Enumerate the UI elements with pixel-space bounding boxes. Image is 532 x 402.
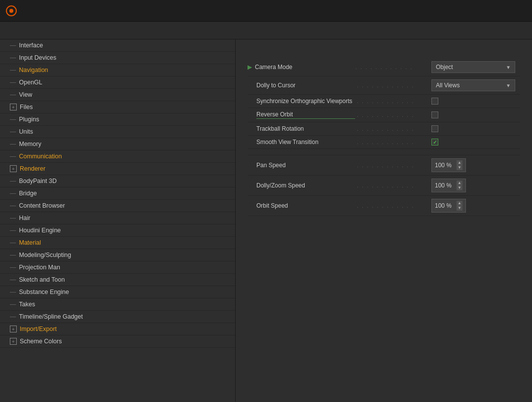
settings-label-dolly-to-cursor: Dolly to Cursor. . . . . . . . . . . . <box>248 82 431 89</box>
spinner-up-dolly-zoom-speed[interactable]: ▲ <box>457 181 462 185</box>
spinner-down-dolly-zoom-speed[interactable]: ▼ <box>457 185 462 190</box>
sidebar-item-bridge[interactable]: —Bridge <box>0 187 235 200</box>
sidebar-label-opengl: OpenGL <box>19 79 42 86</box>
content-area: ▶Camera Mode. . . . . . . . . . . .Objec… <box>236 39 532 402</box>
sidebar-item-content-browser[interactable]: —Content Browser <box>0 200 235 212</box>
dash-prefix-memory: — <box>10 141 16 147</box>
sidebar-item-view[interactable]: —View <box>0 89 235 101</box>
label-text-reverse-orbit: Reverse Orbit <box>256 111 355 119</box>
sidebar-label-timeline-spline: Timeline/Spline Gadget <box>19 313 83 320</box>
sidebar-label-files: Files <box>20 104 33 110</box>
number-input-dolly-zoom-speed[interactable]: 100 %▲▼ <box>431 179 466 192</box>
sidebar-item-sketch-and-toon[interactable]: —Sketch and Toon <box>0 274 235 286</box>
expand-icon-scheme-colors: + <box>10 338 17 345</box>
sidebar-item-input-devices[interactable]: —Input Devices <box>0 52 235 64</box>
settings-group: ▶Camera Mode. . . . . . . . . . . .Objec… <box>248 58 520 216</box>
sidebar-item-timeline-spline[interactable]: —Timeline/Spline Gadget <box>0 311 235 323</box>
sidebar-label-hair: Hair <box>19 215 31 221</box>
control-orbit-speed: 100 %▲▼ <box>431 199 520 213</box>
sidebar-label-content-browser: Content Browser <box>19 202 65 209</box>
sidebar-item-opengl[interactable]: —OpenGL <box>0 76 235 89</box>
spinner-dolly-zoom-speed: ▲▼ <box>457 181 462 190</box>
label-text-orbit-speed: Orbit Speed <box>256 202 355 209</box>
sidebar-item-navigation[interactable]: —Navigation <box>0 64 235 76</box>
dash-prefix-view: — <box>10 91 16 98</box>
sidebar-item-projection-man[interactable]: —Projection Man <box>0 261 235 274</box>
dash-prefix-interface: — <box>10 42 16 49</box>
sidebar-label-projection-man: Projection Man <box>19 264 60 271</box>
sidebar-item-houdini-engine[interactable]: —Houdini Engine <box>0 224 235 237</box>
sidebar-label-houdini-engine: Houdini Engine <box>19 227 61 234</box>
control-smooth-view <box>431 139 520 146</box>
sidebar-label-bridge: Bridge <box>19 190 37 197</box>
sidebar-label-memory: Memory <box>19 141 41 147</box>
spinner-down-orbit-speed[interactable]: ▼ <box>457 206 462 211</box>
dash-prefix-houdini-engine: — <box>10 227 16 234</box>
toolbar <box>0 22 532 39</box>
sidebar-item-takes[interactable]: —Takes <box>0 298 235 311</box>
sidebar-item-files[interactable]: +Files <box>0 101 235 113</box>
sidebar-label-input-devices: Input Devices <box>19 54 57 61</box>
dropdown-dolly-to-cursor[interactable]: All Views▼ <box>431 79 515 91</box>
dash-prefix-navigation: — <box>10 67 16 73</box>
sidebar-item-hair[interactable]: —Hair <box>0 212 235 224</box>
title-bar <box>0 0 532 22</box>
dash-prefix-bodypaint: — <box>10 178 16 184</box>
collapse-arrow-camera-mode[interactable]: ▶ <box>248 64 252 71</box>
sidebar-item-interface[interactable]: —Interface <box>0 39 235 52</box>
dash-prefix-timeline-spline: — <box>10 313 16 320</box>
sidebar-item-modeling-sculpting[interactable]: —Modeling/Sculpting <box>0 249 235 261</box>
settings-label-trackball-rotation: Trackball Rotation. . . . . . . . . . . … <box>248 125 431 132</box>
dash-prefix-bridge: — <box>10 190 16 197</box>
settings-row-camera-mode: ▶Camera Mode. . . . . . . . . . . .Objec… <box>248 58 520 76</box>
sidebar-item-import-export[interactable]: +Import/Export <box>0 323 235 335</box>
sidebar-item-communication[interactable]: —Communication <box>0 150 235 163</box>
dash-prefix-hair: — <box>10 215 16 221</box>
dash-prefix-modeling-sculpting: — <box>10 252 16 258</box>
sidebar-label-takes: Takes <box>19 301 35 308</box>
settings-row-sync-ortho: Synchronize Orthographic Viewports. . . … <box>248 95 520 108</box>
checkbox-trackball-rotation[interactable] <box>431 125 438 132</box>
sidebar-label-modeling-sculpting: Modeling/Sculpting <box>19 252 71 258</box>
label-text-sync-ortho: Synchronize Orthographic Viewports <box>256 98 355 105</box>
sidebar-label-navigation: Navigation <box>19 67 48 73</box>
svg-point-1 <box>9 9 13 13</box>
dash-prefix-material: — <box>10 239 16 246</box>
sidebar-item-material[interactable]: —Material <box>0 237 235 249</box>
settings-label-smooth-view: Smooth View Transition. . . . . . . . . … <box>248 139 431 146</box>
spinner-down-pan-speed[interactable]: ▼ <box>457 165 462 170</box>
settings-row-dolly-to-cursor: Dolly to Cursor. . . . . . . . . . . .Al… <box>248 76 520 95</box>
sidebar-item-memory[interactable]: —Memory <box>0 138 235 150</box>
dots-trackball-rotation: . . . . . . . . . . . . <box>355 126 431 132</box>
spinner-pan-speed: ▲▼ <box>457 160 462 170</box>
sidebar-label-import-export: Import/Export <box>20 326 57 332</box>
label-text-pan-speed: Pan Speed <box>256 162 355 169</box>
sidebar-item-scheme-colors[interactable]: +Scheme Colors <box>0 335 235 348</box>
checkbox-sync-ortho[interactable] <box>431 98 438 105</box>
dropdown-arrow-dolly-to-cursor: ▼ <box>506 83 511 88</box>
spinner-up-pan-speed[interactable]: ▲ <box>457 160 462 165</box>
control-camera-mode: Object▼ <box>431 61 520 73</box>
dots-dolly-zoom-speed: . . . . . . . . . . . . <box>355 183 431 188</box>
main-layout: —Interface—Input Devices—Navigation—Open… <box>0 39 532 402</box>
dropdown-camera-mode[interactable]: Object▼ <box>431 61 515 73</box>
sidebar-item-units[interactable]: —Units <box>0 126 235 138</box>
sidebar-item-substance-engine[interactable]: —Substance Engine <box>0 286 235 298</box>
sidebar-item-bodypaint[interactable]: —BodyPaint 3D <box>0 175 235 187</box>
checkbox-reverse-orbit[interactable] <box>431 111 438 118</box>
sidebar-label-renderer: Renderer <box>20 165 45 172</box>
number-input-pan-speed[interactable]: 100 %▲▼ <box>431 158 466 172</box>
number-input-orbit-speed[interactable]: 100 %▲▼ <box>431 199 466 213</box>
dots-orbit-speed: . . . . . . . . . . . . <box>355 203 431 209</box>
spinner-up-orbit-speed[interactable]: ▲ <box>457 201 462 206</box>
label-text-dolly-zoom-speed: Dolly/Zoom Speed <box>256 182 355 189</box>
sidebar-item-renderer[interactable]: +Renderer <box>0 163 235 175</box>
dropdown-arrow-camera-mode: ▼ <box>506 65 511 70</box>
sidebar-item-plugins[interactable]: —Plugins <box>0 113 235 126</box>
label-text-trackball-rotation: Trackball Rotation <box>256 125 355 132</box>
number-value-orbit-speed: 100 % <box>435 202 455 209</box>
dash-prefix-units: — <box>10 128 16 135</box>
control-reverse-orbit <box>431 111 520 118</box>
dash-prefix-input-devices: — <box>10 54 16 61</box>
checkbox-smooth-view[interactable] <box>431 139 438 146</box>
